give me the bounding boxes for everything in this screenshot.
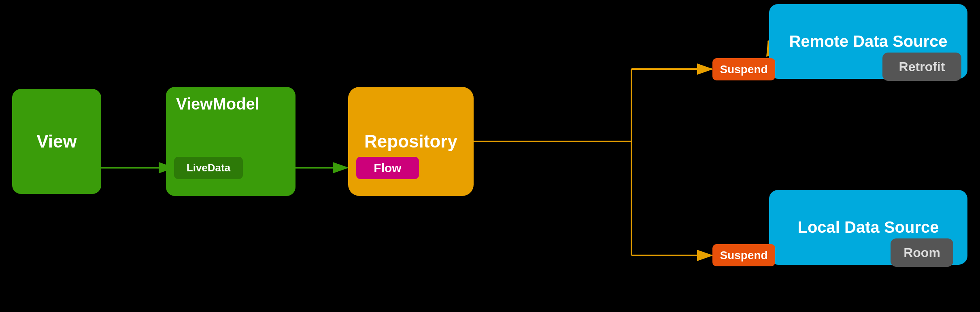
suspend-bottom-label: Suspend [720, 249, 767, 262]
suspend-bottom-node: Suspend [712, 244, 775, 266]
room-label: Room [903, 245, 940, 260]
architecture-diagram: View ViewModel LiveData Repository Flow … [0, 0, 980, 312]
local-datasource-label: Local Data Source [797, 218, 939, 236]
remote-datasource-label: Remote Data Source [789, 32, 947, 51]
repository-label: Repository [364, 131, 457, 152]
flow-node: Flow [356, 157, 419, 179]
retrofit-label: Retrofit [899, 59, 945, 74]
flow-label: Flow [374, 161, 401, 175]
suspend-top-node: Suspend [712, 58, 775, 80]
suspend-top-label: Suspend [720, 63, 767, 76]
view-node: View [12, 89, 101, 194]
room-node: Room [891, 238, 953, 267]
livedata-node: LiveData [174, 157, 243, 179]
viewmodel-node: ViewModel [166, 87, 295, 196]
repository-node: Repository [348, 87, 474, 196]
retrofit-node: Retrofit [882, 53, 961, 81]
view-label: View [36, 131, 77, 152]
viewmodel-label: ViewModel [176, 95, 259, 113]
livedata-label: LiveData [187, 162, 230, 174]
